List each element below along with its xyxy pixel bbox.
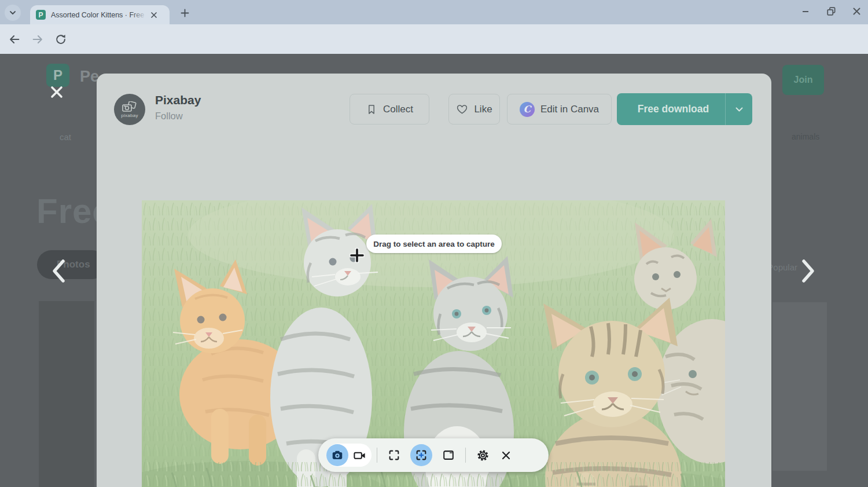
reload-button[interactable] [51,30,71,49]
follow-link[interactable]: Follow [155,111,183,122]
screenshot-mode-button[interactable] [326,444,348,466]
restore-button[interactable] [823,3,839,19]
pexels-logo[interactable]: P [46,64,69,87]
free-download-button[interactable]: Free download [617,93,752,125]
canva-logo-icon: C [520,102,535,117]
next-photo-icon [801,259,816,283]
capture-toolbar-divider [377,448,377,463]
capture-settings-gear-icon [476,449,490,462]
restore-icon [826,6,836,16]
reload-icon [54,33,67,46]
page-content: P Pe cat Free Photos Join animals Popula… [0,54,868,487]
author-name[interactable]: Pixabay [155,93,201,107]
browser-tab[interactable]: P Assorted Color Kittens · Free S [30,5,170,24]
capture-window-button[interactable] [437,444,460,467]
modal-header: pixabay Pixabay Follow Collect Like C Ed… [97,74,771,147]
capture-tooltip: Drag to select an area to capture [366,235,502,253]
fullscreen-capture-icon [388,449,400,462]
capture-region-button[interactable] [410,444,432,466]
crosshair-cursor-icon [350,248,365,265]
modal-close-icon [49,85,64,100]
tab-close-button[interactable] [149,10,159,20]
capture-close-icon [501,451,511,460]
minimize-icon [801,6,810,16]
new-tab-icon [181,9,189,17]
back-icon [8,33,21,46]
capture-toolbar [318,438,549,472]
background-photo-card [39,301,94,487]
window-capture-icon [442,449,455,462]
photos-filter-button[interactable]: Photos [37,250,106,279]
download-options-button[interactable] [726,107,752,112]
like-heart-icon [456,103,468,115]
forward-icon [31,33,44,46]
tab-close-icon [150,12,157,19]
screen-record-mode-button[interactable] [348,444,370,466]
browser-toolbar: https://www.pexels.com/photo/assorted-co… [0,24,868,54]
window-close-icon [852,7,861,16]
window-controls [797,2,865,20]
new-tab-button[interactable] [177,5,192,20]
pixabay-camera-icon [122,101,138,114]
next-photo-button[interactable] [799,258,818,284]
minimize-button[interactable] [797,3,814,19]
pixabay-avatar[interactable]: pixabay [114,94,145,125]
join-button[interactable]: Join [782,65,824,95]
capture-fullscreen-button[interactable] [382,444,406,467]
collect-button[interactable]: Collect [350,94,429,125]
tab-search-chevron-icon [9,9,17,17]
screenshot-camera-icon [331,449,344,462]
capture-mode-toggle [326,444,372,467]
forward-button[interactable] [28,30,47,49]
region-capture-icon [415,449,428,462]
previous-photo-button[interactable] [49,258,68,284]
avatar-brand-text: pixabay [121,113,138,118]
edit-in-canva-button[interactable]: C Edit in Canva [507,94,612,125]
capture-toolbar-divider [465,448,466,463]
prev-photo-icon [51,259,66,283]
capture-close-button[interactable] [494,444,517,467]
window-close-button[interactable] [848,3,865,19]
search-query-text: cat [60,132,71,142]
video-record-icon [353,449,366,462]
tab-search-button[interactable] [5,5,21,21]
download-caret-icon [735,107,743,112]
like-button[interactable]: Like [448,94,500,125]
capture-settings-button[interactable] [471,444,494,467]
modal-close-button[interactable] [49,84,65,100]
back-button[interactable] [5,30,24,49]
background-photo-card [773,302,827,471]
animals-link[interactable]: animals [792,132,819,141]
photo-modal: pixabay Pixabay Follow Collect Like C Ed… [97,74,771,487]
tab-title: Assorted Color Kittens · Free S [51,11,146,19]
screen: P Assorted Color Kittens · Free S [0,0,868,487]
tab-strip: P Assorted Color Kittens · Free S [0,0,868,24]
pexels-favicon: P [36,10,46,20]
collect-bookmark-icon [366,104,377,115]
